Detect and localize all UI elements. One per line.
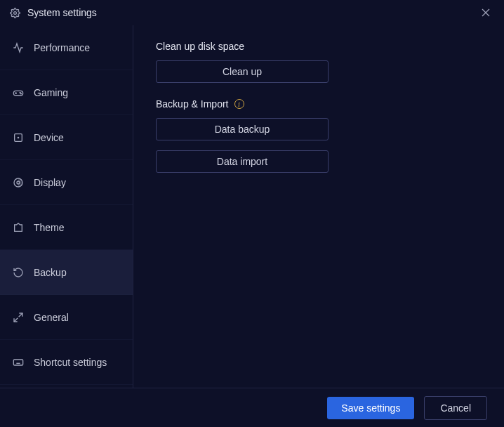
sidebar-item-shortcut-settings[interactable]: Shortcut settings [0, 340, 133, 385]
gaming-icon [13, 87, 24, 98]
sidebar-item-gaming[interactable]: Gaming [0, 70, 133, 115]
sidebar: Performance Gaming Device [0, 25, 133, 388]
cancel-button[interactable]: Cancel [424, 396, 487, 420]
sidebar-item-label: Theme [34, 222, 65, 233]
titlebar: System settings [0, 0, 504, 25]
svg-point-0 [14, 11, 17, 14]
sidebar-item-label: Display [34, 177, 66, 188]
device-icon [13, 132, 24, 143]
sidebar-item-theme[interactable]: Theme [0, 205, 133, 250]
svg-rect-12 [13, 360, 22, 365]
sidebar-item-performance[interactable]: Performance [0, 25, 133, 70]
backup-title-label: Backup & Import [156, 98, 229, 110]
gear-icon [10, 8, 20, 18]
keyboard-icon [13, 357, 24, 368]
theme-icon [13, 222, 24, 233]
svg-point-7 [20, 93, 21, 93]
svg-point-6 [20, 92, 20, 93]
sidebar-item-backup[interactable]: Backup [0, 250, 133, 295]
data-import-button[interactable]: Data import [156, 150, 329, 173]
sidebar-item-label: Backup [34, 267, 67, 278]
backup-icon [13, 267, 24, 278]
performance-icon [13, 42, 24, 53]
sidebar-item-label: Device [34, 132, 64, 143]
general-icon [13, 312, 24, 323]
clean-up-button[interactable]: Clean up [156, 60, 329, 83]
sidebar-item-label: Shortcut settings [34, 357, 107, 368]
info-icon[interactable]: i [234, 99, 244, 109]
sidebar-item-display[interactable]: Display [0, 160, 133, 205]
content-panel: Clean up disk space Clean up Backup & Im… [133, 25, 504, 388]
data-backup-button[interactable]: Data backup [156, 118, 329, 140]
close-icon[interactable] [477, 4, 494, 21]
sidebar-item-label: Performance [34, 42, 90, 53]
backup-title: Backup & Import i [156, 98, 482, 110]
sidebar-item-label: General [34, 312, 69, 323]
display-icon [13, 177, 24, 188]
sidebar-item-general[interactable]: General [0, 295, 133, 340]
svg-point-9 [18, 137, 18, 138]
window-title: System settings [27, 7, 97, 18]
save-settings-button[interactable]: Save settings [327, 397, 414, 419]
sidebar-item-label: Gaming [34, 87, 68, 98]
footer: Save settings Cancel [0, 388, 504, 427]
sidebar-item-device[interactable]: Device [0, 115, 133, 160]
cleanup-title: Clean up disk space [156, 41, 482, 52]
